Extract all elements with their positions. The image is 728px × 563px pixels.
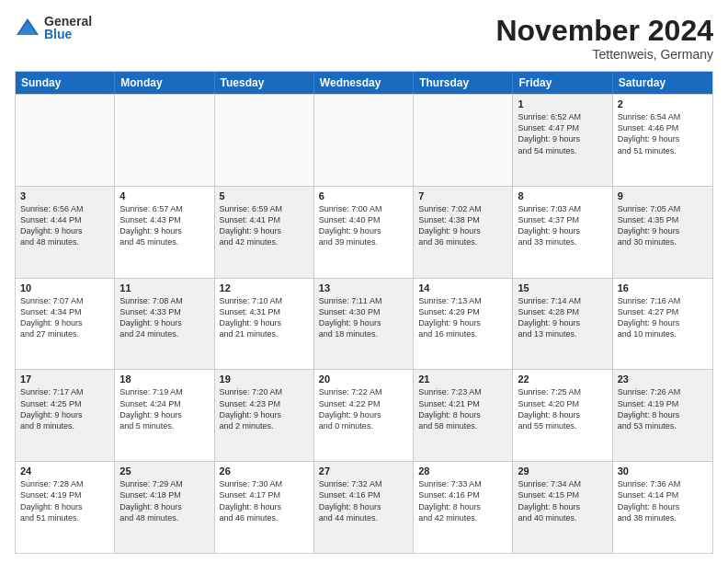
cell-line: Sunset: 4:24 PM — [119, 398, 209, 409]
cell-line: and 27 minutes. — [20, 328, 109, 339]
cell-line: and 8 minutes. — [20, 420, 109, 431]
cell-line: and 24 minutes. — [119, 328, 209, 339]
header-tuesday: Tuesday — [215, 72, 314, 94]
cell-line: Sunrise: 7:14 AM — [518, 295, 607, 306]
cell-line: Daylight: 8 hours — [418, 501, 507, 512]
cell-line: and 18 minutes. — [319, 328, 408, 339]
header-monday: Monday — [115, 72, 214, 94]
cell-line: Daylight: 8 hours — [618, 409, 708, 420]
cell-line: and 51 minutes. — [618, 145, 708, 156]
cal-cell-r2-c3: 13Sunrise: 7:11 AMSunset: 4:30 PMDayligh… — [314, 279, 414, 370]
cal-cell-r0-c5: 1Sunrise: 6:52 AMSunset: 4:47 PMDaylight… — [513, 95, 612, 186]
cal-cell-r0-c2 — [215, 95, 314, 186]
cell-line: Sunrise: 7:26 AM — [618, 386, 708, 397]
cell-line: Sunset: 4:37 PM — [518, 214, 607, 225]
cell-line: Sunset: 4:21 PM — [418, 398, 507, 409]
cal-cell-r2-c5: 15Sunrise: 7:14 AMSunset: 4:28 PMDayligh… — [513, 279, 612, 370]
cell-line: Daylight: 9 hours — [220, 225, 309, 236]
cell-line: Sunset: 4:16 PM — [319, 489, 408, 500]
header-thursday: Thursday — [414, 72, 513, 94]
cell-line: Sunrise: 6:57 AM — [119, 203, 209, 214]
header-friday: Friday — [513, 72, 612, 94]
cal-cell-r1-c1: 4Sunrise: 6:57 AMSunset: 4:43 PMDaylight… — [115, 187, 214, 278]
cell-line: Sunrise: 7:07 AM — [20, 295, 109, 306]
cell-line: and 38 minutes. — [618, 512, 708, 523]
cal-cell-r4-c1: 25Sunrise: 7:29 AMSunset: 4:18 PMDayligh… — [115, 462, 214, 553]
logo-text: General Blue — [44, 15, 92, 40]
logo: General Blue — [15, 15, 92, 40]
day-number: 4 — [119, 190, 209, 201]
cell-line: Sunset: 4:30 PM — [319, 306, 408, 317]
cell-line: and 16 minutes. — [418, 328, 507, 339]
cell-line: Daylight: 8 hours — [518, 501, 607, 512]
calendar: Sunday Monday Tuesday Wednesday Thursday… — [15, 71, 713, 554]
cal-cell-r2-c0: 10Sunrise: 7:07 AMSunset: 4:34 PMDayligh… — [16, 279, 115, 370]
cell-line: Sunrise: 7:19 AM — [119, 386, 209, 397]
cell-line: Sunset: 4:18 PM — [119, 489, 209, 500]
cell-line: Sunrise: 7:05 AM — [618, 203, 708, 214]
day-number: 21 — [418, 373, 507, 385]
cal-cell-r1-c3: 6Sunrise: 7:00 AMSunset: 4:40 PMDaylight… — [314, 187, 414, 278]
cell-line: Sunset: 4:23 PM — [220, 398, 309, 409]
cell-line: and 36 minutes. — [418, 236, 507, 247]
cell-line: Daylight: 9 hours — [220, 409, 309, 420]
cell-line: Daylight: 9 hours — [518, 317, 607, 328]
cal-row-2: 10Sunrise: 7:07 AMSunset: 4:34 PMDayligh… — [16, 278, 712, 370]
day-number: 13 — [319, 282, 408, 293]
cell-line: Daylight: 9 hours — [618, 133, 708, 144]
cal-cell-r0-c3 — [314, 95, 414, 186]
cell-line: Sunrise: 7:34 AM — [518, 478, 607, 489]
cell-line: Sunset: 4:41 PM — [220, 214, 309, 225]
cell-line: Daylight: 8 hours — [319, 501, 408, 512]
logo-general-text: General — [44, 15, 92, 28]
cell-line: Sunset: 4:47 PM — [518, 122, 607, 133]
cell-line: and 39 minutes. — [319, 236, 408, 247]
day-number: 28 — [418, 465, 507, 477]
cell-line: and 33 minutes. — [518, 236, 607, 247]
cal-cell-r4-c3: 27Sunrise: 7:32 AMSunset: 4:16 PMDayligh… — [314, 462, 414, 553]
day-number: 25 — [119, 465, 209, 477]
cell-line: Daylight: 8 hours — [618, 501, 708, 512]
cell-line: Sunset: 4:28 PM — [518, 306, 607, 317]
cal-cell-r2-c4: 14Sunrise: 7:13 AMSunset: 4:29 PMDayligh… — [414, 279, 513, 370]
cell-line: Daylight: 9 hours — [20, 225, 109, 236]
cell-line: Sunset: 4:43 PM — [119, 214, 209, 225]
cell-line: Sunrise: 7:08 AM — [119, 295, 209, 306]
cell-line: and 30 minutes. — [618, 236, 708, 247]
cell-line: Sunrise: 7:17 AM — [20, 386, 109, 397]
cal-row-1: 3Sunrise: 6:56 AMSunset: 4:44 PMDaylight… — [16, 186, 712, 278]
cell-line: Daylight: 8 hours — [20, 501, 109, 512]
cal-cell-r1-c5: 8Sunrise: 7:03 AMSunset: 4:37 PMDaylight… — [513, 187, 612, 278]
cal-cell-r1-c2: 5Sunrise: 6:59 AMSunset: 4:41 PMDaylight… — [215, 187, 314, 278]
location: Tettenweis, Germany — [495, 47, 713, 62]
cell-line: Sunset: 4:33 PM — [119, 306, 209, 317]
cell-line: and 21 minutes. — [220, 328, 309, 339]
cell-line: Sunset: 4:46 PM — [618, 122, 708, 133]
cal-cell-r4-c6: 30Sunrise: 7:36 AMSunset: 4:14 PMDayligh… — [613, 462, 712, 553]
cell-line: and 5 minutes. — [119, 420, 209, 431]
cal-cell-r2-c2: 12Sunrise: 7:10 AMSunset: 4:31 PMDayligh… — [215, 279, 314, 370]
cell-line: Sunset: 4:27 PM — [618, 306, 708, 317]
cell-line: Sunrise: 7:10 AM — [220, 295, 309, 306]
cell-line: Sunset: 4:38 PM — [418, 214, 507, 225]
cell-line: Sunrise: 7:11 AM — [319, 295, 408, 306]
cell-line: and 40 minutes. — [518, 512, 607, 523]
cell-line: Daylight: 9 hours — [220, 317, 309, 328]
cell-line: and 54 minutes. — [518, 145, 607, 156]
day-number: 3 — [20, 190, 109, 201]
cell-line: Sunset: 4:40 PM — [319, 214, 408, 225]
cell-line: and 53 minutes. — [618, 420, 708, 431]
cell-line: Daylight: 9 hours — [418, 317, 507, 328]
cell-line: Sunset: 4:29 PM — [418, 306, 507, 317]
header-saturday: Saturday — [613, 72, 712, 94]
cell-line: Sunrise: 6:52 AM — [518, 111, 607, 122]
day-number: 24 — [20, 465, 109, 477]
cell-line: Sunrise: 7:13 AM — [418, 295, 507, 306]
cell-line: Daylight: 9 hours — [20, 409, 109, 420]
cal-cell-r3-c1: 18Sunrise: 7:19 AMSunset: 4:24 PMDayligh… — [115, 370, 214, 461]
cal-cell-r0-c4 — [414, 95, 513, 186]
cell-line: Daylight: 9 hours — [418, 225, 507, 236]
cell-line: Daylight: 9 hours — [618, 225, 708, 236]
cal-cell-r4-c4: 28Sunrise: 7:33 AMSunset: 4:16 PMDayligh… — [414, 462, 513, 553]
cell-line: and 0 minutes. — [319, 420, 408, 431]
